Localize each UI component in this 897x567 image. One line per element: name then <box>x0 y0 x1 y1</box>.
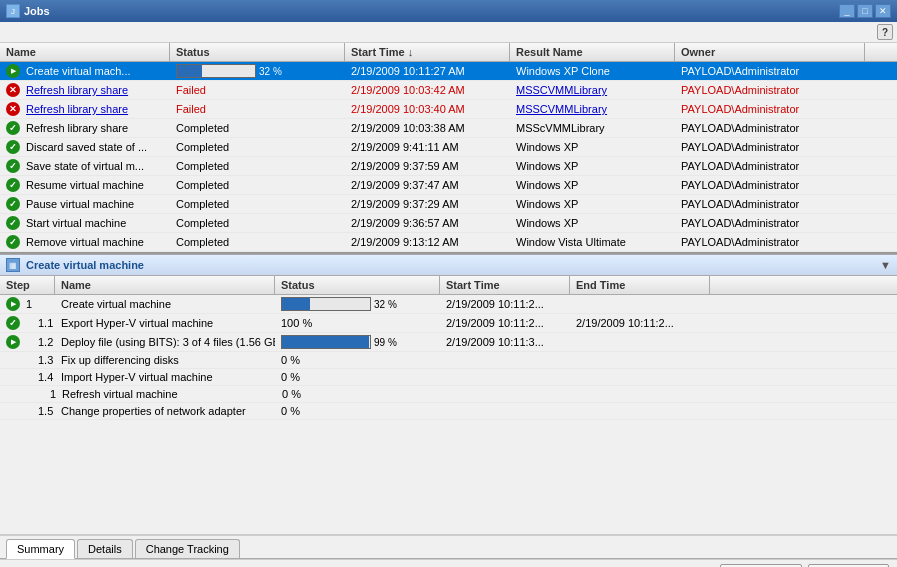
job-start-time: 2/19/2009 9:41:11 AM <box>345 139 510 155</box>
detail-table-body: 1Create virtual machine32 %2/19/2009 10:… <box>0 295 897 534</box>
detail-name: Create virtual machine <box>55 296 275 312</box>
job-status: Completed <box>170 196 345 212</box>
detail-col-name: Name <box>55 276 275 294</box>
detail-status: 0 % <box>275 403 440 419</box>
job-owner: PAYLOAD\Administrator <box>675 120 865 136</box>
jobs-table-row[interactable]: Discard saved state of ...Completed2/19/… <box>0 138 897 157</box>
job-name: Refresh library share <box>20 82 170 98</box>
job-name: Refresh library share <box>20 101 170 117</box>
detail-start-time <box>440 409 570 413</box>
job-result-name: Windows XP <box>510 139 675 155</box>
detail-status: 32 % <box>275 295 440 313</box>
jobs-table-row[interactable]: Refresh library shareFailed2/19/2009 10:… <box>0 81 897 100</box>
detail-col-start: Start Time <box>440 276 570 294</box>
job-owner: PAYLOAD\Administrator <box>675 63 865 79</box>
detail-step: 1.3 <box>20 352 55 368</box>
detail-table-row[interactable]: 1Create virtual machine32 %2/19/2009 10:… <box>0 295 897 314</box>
title-bar: J Jobs _ □ ✕ <box>0 0 897 22</box>
jobs-table-header: Name Status Start Time ↓ Result Name Own… <box>0 43 897 62</box>
detail-name: Deploy file (using BITS): 3 of 4 files (… <box>55 334 275 350</box>
detail-col-step: Step <box>0 276 55 294</box>
job-result-name: MSSCVMMLibrary <box>510 101 675 117</box>
detail-end-time <box>570 375 710 379</box>
detail-step: 1.2 <box>20 334 55 350</box>
detail-table-row[interactable]: 1.1Export Hyper-V virtual machine100 %2/… <box>0 314 897 333</box>
detail-title: Create virtual machine <box>26 259 144 271</box>
job-status: Failed <box>170 82 345 98</box>
job-status: Completed <box>170 177 345 193</box>
detail-step: 1 <box>20 296 55 312</box>
job-result-name: MSScVMMLibrary <box>510 120 675 136</box>
detail-end-time <box>571 392 711 396</box>
help-row: ? <box>0 22 897 43</box>
help-button[interactable]: ? <box>877 24 893 40</box>
check-icon <box>6 316 20 330</box>
minimize-button[interactable]: _ <box>839 4 855 18</box>
detail-step: 1.4.1 <box>20 386 56 402</box>
detail-start-time: 2/19/2009 10:11:3... <box>440 334 570 350</box>
detail-step: 1.4 <box>20 369 55 385</box>
job-owner: PAYLOAD\Administrator <box>675 158 865 174</box>
detail-status: 0 % <box>276 386 441 402</box>
col-header-owner: Owner <box>675 43 865 61</box>
jobs-table-row[interactable]: Resume virtual machineCompleted2/19/2009… <box>0 176 897 195</box>
detail-table-row[interactable]: 1.5Change properties of network adapter0… <box>0 403 897 420</box>
jobs-table-row[interactable]: Start virtual machineCompleted2/19/2009 … <box>0 214 897 233</box>
col-header-result: Result Name <box>510 43 675 61</box>
job-result-name: MSSCVMMLibrary <box>510 82 675 98</box>
job-name: Save state of virtual m... <box>20 158 170 174</box>
detail-step: 1.5 <box>20 403 55 419</box>
detail-table-row[interactable]: 1.4.1Refresh virtual machine0 % <box>0 386 897 403</box>
detail-status: 0 % <box>275 352 440 368</box>
job-result-name: Windows XP <box>510 158 675 174</box>
detail-grid-icon: ▦ <box>6 258 20 272</box>
check-icon <box>6 178 20 192</box>
detail-col-status: Status <box>275 276 440 294</box>
job-name: Remove virtual machine <box>20 234 170 250</box>
job-result-name: Windows XP <box>510 196 675 212</box>
close-button[interactable]: ✕ <box>875 4 891 18</box>
tab-summary[interactable]: Summary <box>6 539 75 559</box>
check-icon <box>6 140 20 154</box>
play-icon <box>6 297 20 311</box>
collapse-button[interactable]: ▼ <box>880 259 891 271</box>
detail-name: Refresh virtual machine <box>56 386 276 402</box>
tab-change-tracking[interactable]: Change Tracking <box>135 539 240 558</box>
detail-start-time: 2/19/2009 10:11:2... <box>440 296 570 312</box>
detail-status: 99 % <box>275 333 440 351</box>
job-owner: PAYLOAD\Administrator <box>675 177 865 193</box>
job-status: Failed <box>170 101 345 117</box>
main-content: Name Status Start Time ↓ Result Name Own… <box>0 43 897 567</box>
job-result-name: Window Vista Ultimate <box>510 234 675 250</box>
job-status: Completed <box>170 234 345 250</box>
detail-name: Import Hyper-V virtual machine <box>55 369 275 385</box>
play-icon <box>6 335 20 349</box>
tab-details[interactable]: Details <box>77 539 133 558</box>
jobs-table-row[interactable]: Remove virtual machineCompleted2/19/2009… <box>0 233 897 252</box>
job-status: Completed <box>170 120 345 136</box>
detail-table-row[interactable]: 1.2Deploy file (using BITS): 3 of 4 file… <box>0 333 897 352</box>
detail-table-row[interactable]: 1.3Fix up differencing disks0 % <box>0 352 897 369</box>
job-result-name: Windows XP <box>510 215 675 231</box>
detail-table-header: Step Name Status Start Time End Time <box>0 276 897 295</box>
detail-status: 0 % <box>275 369 440 385</box>
detail-header: ▦ Create virtual machine ▼ <box>0 254 897 276</box>
job-result-name: Windows XP <box>510 177 675 193</box>
detail-table-row[interactable]: 1.4Import Hyper-V virtual machine0 % <box>0 369 897 386</box>
job-start-time: 2/19/2009 10:03:40 AM <box>345 101 510 117</box>
detail-name: Export Hyper-V virtual machine <box>55 315 275 331</box>
job-start-time: 2/19/2009 9:36:57 AM <box>345 215 510 231</box>
jobs-table-row[interactable]: Refresh library shareCompleted2/19/2009 … <box>0 119 897 138</box>
job-name: Start virtual machine <box>20 215 170 231</box>
jobs-table-row[interactable]: Save state of virtual m...Completed2/19/… <box>0 157 897 176</box>
job-start-time: 2/19/2009 9:37:47 AM <box>345 177 510 193</box>
detail-start-time <box>441 392 571 396</box>
detail-start-time <box>440 358 570 362</box>
jobs-table-row[interactable]: Create virtual mach...32 %2/19/2009 10:1… <box>0 62 897 81</box>
job-start-time: 2/19/2009 9:13:12 AM <box>345 234 510 250</box>
jobs-table-row[interactable]: Pause virtual machineCompleted2/19/2009 … <box>0 195 897 214</box>
jobs-table-row[interactable]: Refresh library shareFailed2/19/2009 10:… <box>0 100 897 119</box>
detail-status: 100 % <box>275 315 440 331</box>
maximize-button[interactable]: □ <box>857 4 873 18</box>
job-start-time: 2/19/2009 10:11:27 AM <box>345 63 510 79</box>
